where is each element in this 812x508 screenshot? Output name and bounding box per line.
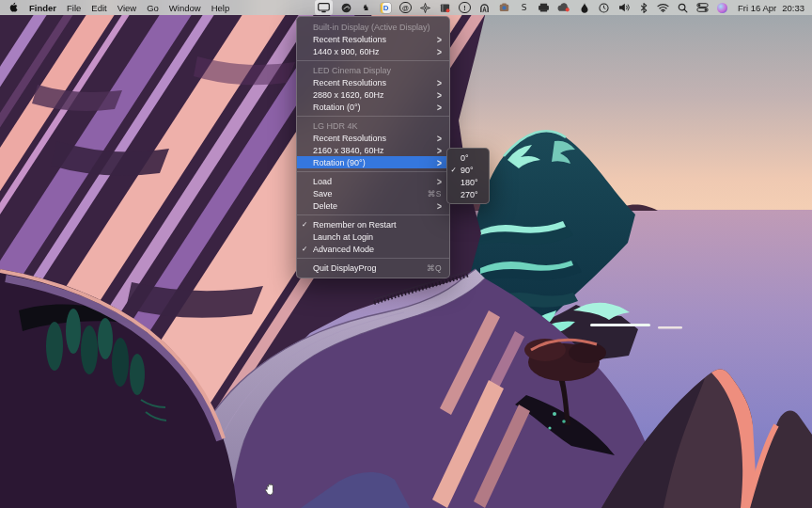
siri-icon[interactable] bbox=[716, 0, 728, 15]
bluetooth-icon[interactable] bbox=[637, 0, 649, 15]
menu-item-quit-displayprog[interactable]: Quit DisplayProg⌘Q bbox=[297, 262, 449, 274]
menu-separator bbox=[297, 214, 449, 215]
menu-item-180[interactable]: 180° bbox=[447, 176, 489, 188]
menubar-menu-go[interactable]: Go bbox=[147, 3, 159, 13]
menu-item-recent-resolutions[interactable]: Recent Resolutions> bbox=[297, 76, 449, 88]
submenu-arrow-icon: > bbox=[437, 175, 442, 187]
menu-item-label: 1440 x 900, 60Hz bbox=[313, 47, 431, 56]
menubar-menu-file[interactable]: File bbox=[67, 3, 81, 13]
clock-icon[interactable] bbox=[598, 0, 610, 15]
submenu-arrow-icon: > bbox=[437, 76, 442, 88]
creative-cloud-swirl-icon[interactable] bbox=[340, 0, 352, 15]
animal-silhouette-icon[interactable]: ♞ bbox=[360, 0, 372, 15]
menu-item-remember-on-restart[interactable]: ✓Remember on Restart bbox=[297, 218, 449, 230]
d-app-icon[interactable]: D bbox=[380, 0, 392, 15]
status-tray: ♞D@!S bbox=[315, 0, 728, 15]
menubar-menu-window[interactable]: Window bbox=[169, 3, 201, 13]
shortcut-label: ⌘Q bbox=[427, 263, 442, 273]
menu-item-2880-x-1620-60hz[interactable]: 2880 x 1620, 60Hz> bbox=[297, 88, 449, 101]
menu-item-label: 2160 x 3840, 60Hz bbox=[313, 146, 431, 155]
menu-item-label: Recent Resolutions bbox=[313, 35, 431, 44]
submenu-arrow-icon: > bbox=[437, 132, 442, 144]
menu-item-270[interactable]: 270° bbox=[447, 188, 489, 200]
printer-icon[interactable] bbox=[538, 0, 550, 15]
menubar-right: ♞D@!S Fri 16 Apr 20:33 bbox=[315, 0, 812, 15]
submenu-arrow-icon: > bbox=[437, 33, 442, 45]
menu-item-label: 2880 x 1620, 60Hz bbox=[313, 90, 431, 100]
rotation-submenu: 0°✓90°180°270° bbox=[446, 148, 490, 204]
exclamation-circle-icon[interactable]: ! bbox=[459, 0, 471, 15]
menu-separator bbox=[297, 171, 449, 172]
clock-date: Fri 16 Apr bbox=[738, 3, 776, 13]
menu-item-label: Save bbox=[313, 189, 422, 198]
cursor-hand bbox=[264, 483, 276, 497]
menu-item-label: Delete bbox=[313, 201, 431, 211]
menu-item-0[interactable]: 0° bbox=[447, 151, 489, 164]
menu-section-header-lg-hdr-4k: LG HDR 4K bbox=[297, 119, 449, 132]
menu-item-label: Recent Resolutions bbox=[313, 134, 431, 143]
menu-item-advanced-mode[interactable]: ✓Advanced Mode bbox=[297, 243, 449, 255]
menu-section-header-led-cinema-display: LED Cinema Display bbox=[297, 64, 449, 76]
menubar-menus: FileEditViewGoWindowHelp bbox=[67, 3, 240, 13]
menubar-app-name[interactable]: Finder bbox=[29, 3, 56, 13]
menubar-menu-view[interactable]: View bbox=[117, 3, 136, 13]
menu-item-launch-at-login[interactable]: Launch at Login bbox=[297, 230, 449, 243]
cloud-alert-icon[interactable] bbox=[557, 0, 570, 15]
wifi-icon[interactable] bbox=[657, 0, 669, 15]
menu-item-rotation-90[interactable]: Rotation (90°)> bbox=[297, 156, 449, 168]
shortcut-label: ⌘S bbox=[428, 189, 442, 198]
s-letter-icon[interactable]: S bbox=[518, 0, 530, 15]
notebook-badge-icon[interactable] bbox=[439, 0, 451, 15]
volume-icon[interactable] bbox=[617, 0, 630, 15]
displayprog-menubar-icon[interactable] bbox=[315, 0, 333, 15]
submenu-arrow-icon: > bbox=[437, 144, 442, 156]
checkmark-icon: ✓ bbox=[451, 166, 457, 174]
submenu-arrow-icon: > bbox=[437, 88, 442, 101]
arch-a-icon[interactable] bbox=[478, 0, 491, 15]
menu-item-90[interactable]: ✓90° bbox=[447, 164, 489, 176]
menu-item-label: 0° bbox=[461, 153, 484, 163]
menu-item-label: Launch at Login bbox=[313, 232, 442, 242]
menu-item-label: 270° bbox=[461, 190, 484, 199]
menu-item-label: Advanced Mode bbox=[313, 245, 442, 254]
menu-item-rotation-0[interactable]: Rotation (0°)> bbox=[297, 101, 449, 113]
menubar-menu-edit[interactable]: Edit bbox=[91, 3, 106, 13]
submenu-arrow-icon: > bbox=[437, 156, 442, 168]
menu-separator bbox=[297, 116, 449, 117]
droplet-icon[interactable] bbox=[578, 0, 590, 15]
displayprog-menu: Built-in Display (Active Display)Recent … bbox=[296, 16, 450, 278]
desktop: { "menu_bar": { "app_name": "Finder", "m… bbox=[0, 0, 812, 508]
camera-app-icon[interactable] bbox=[498, 0, 510, 15]
menu-item-label: 180° bbox=[461, 178, 484, 187]
menu-bar: Finder FileEditViewGoWindowHelp ♞D@!S Fr… bbox=[0, 0, 812, 15]
menu-separator bbox=[297, 60, 449, 61]
menubar-left: Finder FileEditViewGoWindowHelp bbox=[0, 2, 240, 13]
at-circle-icon[interactable]: @ bbox=[399, 0, 412, 15]
menu-item-2160-x-3840-60hz[interactable]: 2160 x 3840, 60Hz> bbox=[297, 144, 449, 156]
menu-item-label: Quit DisplayProg bbox=[313, 263, 421, 273]
menu-item-label: Rotation (90°) bbox=[313, 158, 431, 167]
menu-item-recent-resolutions[interactable]: Recent Resolutions> bbox=[297, 132, 449, 144]
submenu-arrow-icon: > bbox=[437, 199, 442, 212]
menubar-clock[interactable]: Fri 16 Apr 20:33 bbox=[738, 3, 804, 13]
control-center-icon[interactable] bbox=[696, 0, 709, 15]
menubar-menu-help[interactable]: Help bbox=[211, 3, 230, 13]
menu-item-label: Rotation (0°) bbox=[313, 103, 431, 112]
checkmark-icon: ✓ bbox=[302, 245, 307, 253]
menu-item-save[interactable]: Save⌘S bbox=[297, 187, 449, 199]
menu-separator bbox=[297, 258, 449, 259]
menu-item-label: 90° bbox=[461, 166, 484, 175]
compass-star-icon[interactable] bbox=[419, 0, 431, 15]
menu-item-load[interactable]: Load> bbox=[297, 175, 449, 187]
menu-section-header-built-in-display-active-display: Built-in Display (Active Display) bbox=[297, 21, 449, 33]
clock-time: 20:33 bbox=[782, 3, 804, 13]
menu-item-label: Remember on Restart bbox=[313, 220, 442, 230]
menu-item-delete[interactable]: Delete> bbox=[297, 199, 449, 212]
menu-item-1440-x-900-60hz[interactable]: 1440 x 900, 60Hz> bbox=[297, 45, 449, 57]
menu-item-label: Load bbox=[313, 177, 431, 186]
menu-item-recent-resolutions[interactable]: Recent Resolutions> bbox=[297, 33, 449, 45]
apple-icon bbox=[8, 2, 18, 13]
search-icon[interactable] bbox=[677, 0, 689, 15]
submenu-arrow-icon: > bbox=[437, 45, 442, 57]
apple-menu[interactable] bbox=[8, 2, 18, 13]
